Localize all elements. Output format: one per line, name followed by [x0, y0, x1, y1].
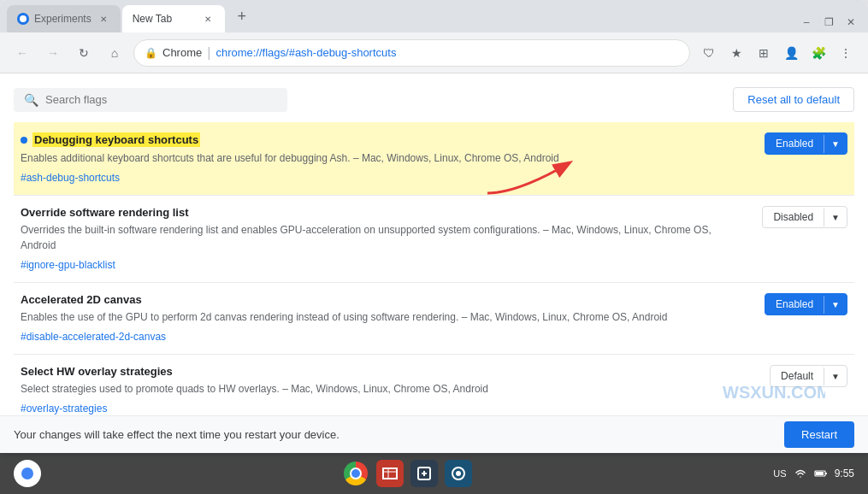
flag-info-debugging-keyboard: Debugging keyboard shortcuts Enables add…: [21, 132, 751, 185]
dropdown-label-canvas: Enabled: [765, 294, 824, 315]
search-input[interactable]: [45, 93, 277, 106]
extension-icon[interactable]: 🧩: [806, 41, 830, 65]
flag-desc-hw-overlay: Select strategies used to promote quads …: [21, 381, 756, 397]
grid-icon[interactable]: ⊞: [752, 41, 776, 65]
address-url: chrome://flags/#ash-debug-shortcuts: [216, 46, 396, 59]
minimize-button[interactable]: –: [796, 12, 817, 32]
flags-page-content: 🔍 Reset all to default Debugg: [0, 74, 868, 415]
tab-bar: Experiments ✕ New Tab ✕ + – ❐ ✕: [0, 0, 868, 32]
flag-item-hw-overlay: Select HW overlay strategies Select stra…: [14, 355, 854, 415]
reload-button[interactable]: ↻: [72, 41, 96, 65]
back-button[interactable]: ←: [10, 41, 34, 65]
flag-link-hw-overlay[interactable]: #overlay-strategies: [21, 403, 107, 415]
tab-experiments-close[interactable]: ✕: [97, 12, 110, 26]
profile-icon[interactable]: 👤: [779, 41, 803, 65]
flag-item-override-rendering: Override software rendering list Overrid…: [14, 196, 854, 283]
default-dropdown-overlay[interactable]: Default ▼: [770, 365, 847, 387]
chrome-os-shell: Experiments ✕ New Tab ✕ + – ❐ ✕ ← → ↻ ⌂ …: [0, 0, 868, 494]
forward-button[interactable]: →: [41, 41, 65, 65]
flag-info-accelerated-canvas: Accelerated 2D canvas Enables the use of…: [21, 293, 751, 344]
blue-dot-icon: [21, 137, 27, 144]
enabled-dropdown-canvas[interactable]: Enabled ▼: [765, 293, 847, 315]
dropdown-arrow-overlay: ▼: [824, 368, 847, 385]
flag-info-override-rendering: Override software rendering list Overrid…: [21, 206, 748, 272]
address-separator: |: [207, 45, 210, 61]
wifi-icon: [794, 467, 807, 480]
battery-icon: [814, 467, 828, 480]
flag-link-accelerated-canvas[interactable]: #disable-accelerated-2d-canvas: [21, 331, 166, 343]
tab-new-tab-label: New Tab: [133, 13, 196, 25]
tab-new-tab[interactable]: New Tab ✕: [122, 5, 225, 32]
search-wrapper[interactable]: 🔍: [14, 88, 287, 112]
flag-link-override-rendering[interactable]: #ignore-gpu-blacklist: [21, 259, 115, 271]
tab-experiments[interactable]: Experiments ✕: [7, 5, 121, 32]
experiments-favicon: [17, 13, 29, 25]
disabled-dropdown-override[interactable]: Disabled ▼: [762, 206, 847, 228]
new-tab-button[interactable]: +: [230, 4, 254, 28]
flag-item-debugging-keyboard: Debugging keyboard shortcuts Enables add…: [14, 122, 854, 196]
tab-experiments-label: Experiments: [34, 13, 92, 25]
window-controls: – ❐ ✕: [796, 12, 861, 32]
flag-title-override-rendering: Override software rendering list: [21, 206, 748, 219]
svg-rect-8: [816, 472, 824, 475]
chrome-logo: [344, 462, 368, 485]
taskbar-app-2[interactable]: [410, 460, 438, 487]
flag-info-hw-overlay: Select HW overlay strategies Select stra…: [21, 365, 756, 415]
launcher-button[interactable]: [14, 460, 41, 487]
bottom-bar-message: Your changes will take effect the next t…: [14, 428, 340, 441]
flag-link-debugging-keyboard[interactable]: #ash-debug-shortcuts: [21, 172, 120, 184]
dropdown-arrow-debugging: ▼: [824, 135, 847, 153]
flag-control-accelerated-canvas: Enabled ▼: [765, 293, 847, 315]
reset-all-button[interactable]: Reset all to default: [733, 87, 854, 112]
flag-title-debugging-keyboard: Debugging keyboard shortcuts: [21, 132, 751, 147]
close-button[interactable]: ✕: [841, 12, 861, 32]
flag-title-accelerated-canvas: Accelerated 2D canvas: [21, 293, 751, 306]
dropdown-label-override: Disabled: [763, 207, 824, 227]
taskbar-chrome-icon[interactable]: [342, 460, 369, 487]
flags-list: Debugging keyboard shortcuts Enables add…: [14, 122, 854, 415]
browser-window: Experiments ✕ New Tab ✕ + – ❐ ✕ ← → ↻ ⌂ …: [0, 0, 868, 453]
flag-title-hw-overlay: Select HW overlay strategies: [21, 365, 756, 378]
flags-search-bar: 🔍 Reset all to default: [14, 74, 854, 122]
restart-button[interactable]: Restart: [784, 421, 854, 448]
flag-control-hw-overlay: Default ▼: [770, 365, 847, 387]
star-icon[interactable]: ★: [724, 41, 748, 65]
bottom-bar: Your changes will take effect the next t…: [0, 415, 868, 453]
flag-control-override-rendering: Disabled ▼: [762, 206, 847, 228]
taskbar-right: US 9:55: [773, 467, 854, 480]
flag-title-text: Debugging keyboard shortcuts: [32, 132, 200, 147]
taskbar-app-3[interactable]: [445, 460, 472, 487]
taskbar-center: [342, 460, 472, 487]
settings-icon[interactable]: ⋮: [834, 41, 858, 65]
dropdown-label-debugging: Enabled: [765, 133, 824, 154]
shield-icon[interactable]: 🛡: [697, 41, 721, 65]
locale-indicator: US: [773, 468, 786, 479]
tab-new-tab-close[interactable]: ✕: [201, 12, 215, 26]
taskbar-left: [14, 460, 41, 487]
address-bar[interactable]: 🔒 Chrome | chrome://flags/#ash-debug-sho…: [133, 39, 690, 67]
dropdown-label-overlay: Default: [771, 366, 824, 386]
flag-desc-accelerated-canvas: Enables the use of the GPU to perform 2d…: [21, 309, 751, 325]
flag-item-accelerated-canvas: Accelerated 2D canvas Enables the use of…: [14, 283, 854, 355]
flags-page: 🔍 Reset all to default Debugg: [0, 74, 868, 415]
clock: 9:55: [835, 468, 854, 479]
svg-point-6: [456, 471, 461, 476]
dropdown-arrow-override: ▼: [824, 209, 847, 226]
flag-control-debugging-keyboard: Enabled ▼: [765, 132, 847, 155]
dropdown-arrow-canvas: ▼: [824, 296, 847, 314]
taskbar-app-1[interactable]: [376, 460, 404, 487]
address-bar-actions: 🛡 ★ ⊞ 👤 🧩 ⋮: [697, 41, 858, 65]
flag-desc-override-rendering: Overrides the built-in software renderin…: [21, 222, 748, 253]
taskbar: US 9:55: [0, 453, 868, 494]
address-bar-area: ← → ↻ ⌂ 🔒 Chrome | chrome://flags/#ash-d…: [0, 32, 868, 74]
chrome-label: Chrome: [162, 46, 202, 59]
svg-point-3: [21, 468, 33, 479]
flag-desc-debugging-keyboard: Enables additional keyboard shortcuts th…: [21, 150, 751, 166]
page-wrapper: 🔍 Reset all to default Debugg: [0, 74, 868, 453]
svg-point-0: [20, 15, 27, 22]
home-button[interactable]: ⌂: [103, 41, 127, 65]
enabled-dropdown-debugging[interactable]: Enabled ▼: [765, 132, 847, 155]
svg-rect-9: [825, 473, 827, 474]
maximize-button[interactable]: ❐: [818, 12, 839, 32]
search-icon: 🔍: [24, 93, 38, 107]
